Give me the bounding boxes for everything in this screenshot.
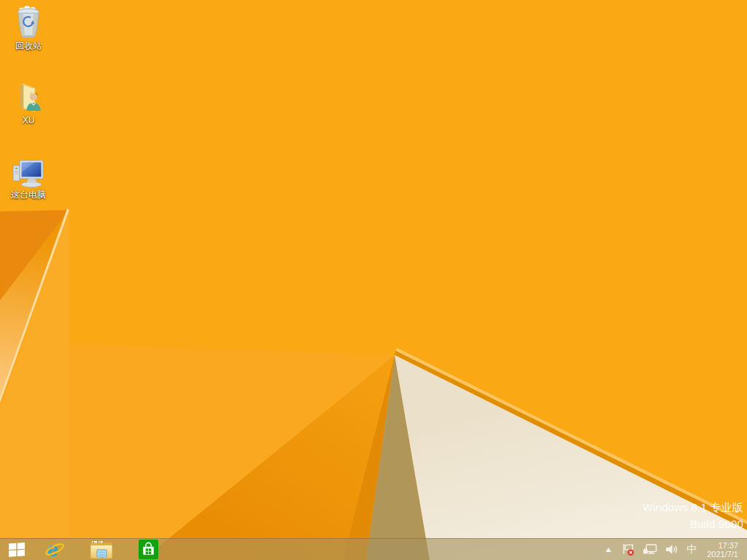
taskbar-button-store[interactable] xyxy=(133,539,163,560)
desktop-icon-label: 这台电脑 xyxy=(11,190,46,200)
recycle-bin-icon xyxy=(15,4,42,39)
desktop-icon-label: XU xyxy=(23,115,35,125)
clock-date: 2021/7/1 xyxy=(707,550,738,559)
windows-version-watermark: Windows 8.1 专业版 Build 9600 xyxy=(643,499,743,532)
show-hidden-icons-caret-icon[interactable] xyxy=(605,548,611,552)
clock-time: 17:37 xyxy=(707,541,738,550)
desktop-icon-label: 回收站 xyxy=(15,41,42,51)
desktop-wallpaper[interactable] xyxy=(0,0,747,560)
watermark-build: Build 9600 xyxy=(643,516,743,532)
ime-label: 中 xyxy=(686,543,697,556)
store-icon xyxy=(139,540,158,559)
action-center-flag-icon[interactable] xyxy=(622,543,635,556)
start-button[interactable] xyxy=(0,539,34,560)
ime-indicator[interactable]: 中 xyxy=(686,543,697,556)
system-tray: 中 17:37 2021/7/1 xyxy=(605,539,747,560)
windows-logo-icon xyxy=(9,542,25,557)
watermark-edition: Windows 8.1 专业版 xyxy=(643,499,743,516)
desktop-icon-this-pc[interactable]: 这台电脑 xyxy=(1,153,55,200)
internet-explorer-icon: e xyxy=(44,540,65,560)
file-explorer-icon xyxy=(90,540,113,559)
this-pc-icon xyxy=(12,153,45,188)
volume-icon[interactable] xyxy=(665,544,678,555)
network-icon[interactable] xyxy=(643,544,657,555)
desktop-icon-user-folder[interactable]: XU xyxy=(1,79,55,125)
taskbar-clock[interactable]: 17:37 2021/7/1 xyxy=(707,541,738,559)
taskbar: e xyxy=(0,538,747,560)
taskbar-button-internet-explorer[interactable]: e xyxy=(40,539,69,560)
desktop-icon-recycle-bin[interactable]: 回收站 xyxy=(1,4,55,51)
user-folder-icon xyxy=(14,79,43,114)
taskbar-button-file-explorer[interactable] xyxy=(87,539,116,560)
